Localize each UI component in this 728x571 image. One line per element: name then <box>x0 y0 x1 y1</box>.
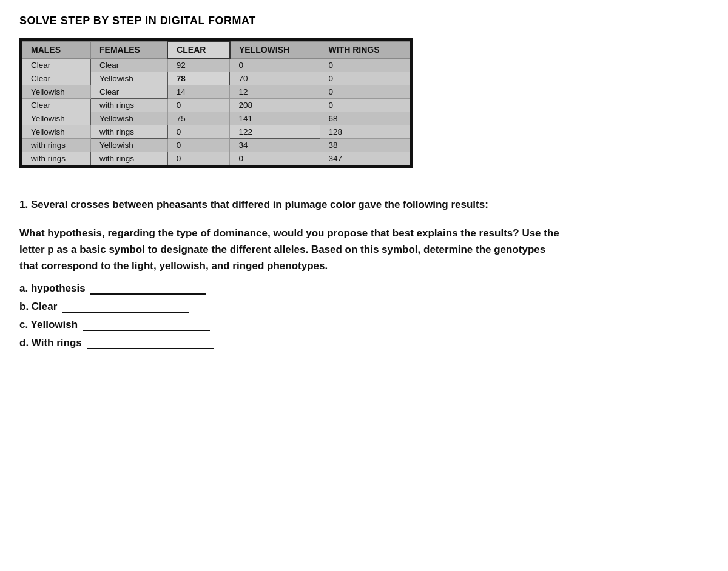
table-cell: Yellowish <box>91 112 168 125</box>
table-cell: 208 <box>230 99 320 112</box>
table-cell: 0 <box>230 58 320 72</box>
answer-label-d: d. With rings <box>19 337 82 349</box>
answer-underline-a <box>90 282 206 295</box>
answer-label-c: c. Yellowish <box>19 319 78 331</box>
table-cell: 0 <box>167 99 230 112</box>
table-cell: 141 <box>230 112 320 125</box>
question-intro: 1. Several crosses between pheasants tha… <box>19 197 565 213</box>
table-cell: 0 <box>320 58 410 72</box>
answer-lines: a. hypothesis b. Clear c. Yellowish d. W… <box>19 282 709 349</box>
table-cell: 70 <box>230 72 320 85</box>
table-cell: Clear <box>22 72 91 85</box>
table-cell: with rings <box>91 99 168 112</box>
answer-line-b: b. Clear <box>19 301 709 313</box>
table-cell: Clear <box>91 85 168 99</box>
table-row: ClearYellowish78700 <box>22 72 410 85</box>
table-cell: 0 <box>230 152 320 165</box>
table-cell: Yellowish <box>22 125 91 139</box>
table-cell: 68 <box>320 112 410 125</box>
table-cell: Clear <box>22 58 91 72</box>
answer-label-b: b. Clear <box>19 301 57 313</box>
table-cell: with rings <box>22 152 91 165</box>
table-row: Clearwith rings02080 <box>22 99 410 112</box>
table-cell: 14 <box>167 85 230 99</box>
table-cell: Yellowish <box>22 85 91 99</box>
table-cell: with rings <box>22 139 91 152</box>
col-header-yellowish: YELLOWISH <box>230 41 320 58</box>
table-row: ClearClear9200 <box>22 58 410 72</box>
answer-underline-d <box>87 337 214 349</box>
table-cell: 38 <box>320 139 410 152</box>
table-row: with ringswith rings00347 <box>22 152 410 165</box>
table-cell: Clear <box>22 99 91 112</box>
table-cell: 0 <box>167 139 230 152</box>
col-header-with-rings: WITH RINGS <box>320 41 410 58</box>
table-cell: 0 <box>320 85 410 99</box>
answer-underline-b <box>62 301 189 313</box>
table-cell: 0 <box>320 72 410 85</box>
page-title: SOLVE STEP BY STEP IN DIGITAL FORMAT <box>19 15 709 27</box>
answer-line-a: a. hypothesis <box>19 282 709 295</box>
answer-line-d: d. With rings <box>19 337 709 349</box>
answer-underline-c <box>83 319 210 331</box>
table-cell: with rings <box>91 152 168 165</box>
table-row: YellowishClear14120 <box>22 85 410 99</box>
answer-line-c: c. Yellowish <box>19 319 709 331</box>
col-header-females: FEMALES <box>91 41 168 58</box>
table-cell: Yellowish <box>22 112 91 125</box>
table-cell: 0 <box>167 125 230 139</box>
table-cell: 0 <box>167 152 230 165</box>
table-row: Yellowishwith rings0122128 <box>22 125 410 139</box>
col-header-males: MALES <box>22 41 91 58</box>
table-cell: Clear <box>91 58 168 72</box>
table-cell: 92 <box>167 58 230 72</box>
table-cell: 12 <box>230 85 320 99</box>
table-cell: 347 <box>320 152 410 165</box>
data-table-wrapper: MALES FEMALES CLEAR YELLOWISH WITH RINGS… <box>19 38 413 168</box>
table-row: YellowishYellowish7514168 <box>22 112 410 125</box>
answer-label-a: a. hypothesis <box>19 282 86 295</box>
data-table: MALES FEMALES CLEAR YELLOWISH WITH RINGS… <box>22 41 410 165</box>
table-row: with ringsYellowish03438 <box>22 139 410 152</box>
table-cell: 0 <box>320 99 410 112</box>
table-cell: 75 <box>167 112 230 125</box>
question-block: 1. Several crosses between pheasants tha… <box>19 197 709 349</box>
table-cell: with rings <box>91 125 168 139</box>
table-cell: Yellowish <box>91 139 168 152</box>
table-cell: 122 <box>230 125 320 139</box>
table-cell: 34 <box>230 139 320 152</box>
table-cell: 128 <box>320 125 410 139</box>
col-header-clear: CLEAR <box>167 41 230 58</box>
question-body: What hypothesis, regarding the type of d… <box>19 225 565 275</box>
table-cell: 78 <box>167 72 230 85</box>
table-cell: Yellowish <box>91 72 168 85</box>
